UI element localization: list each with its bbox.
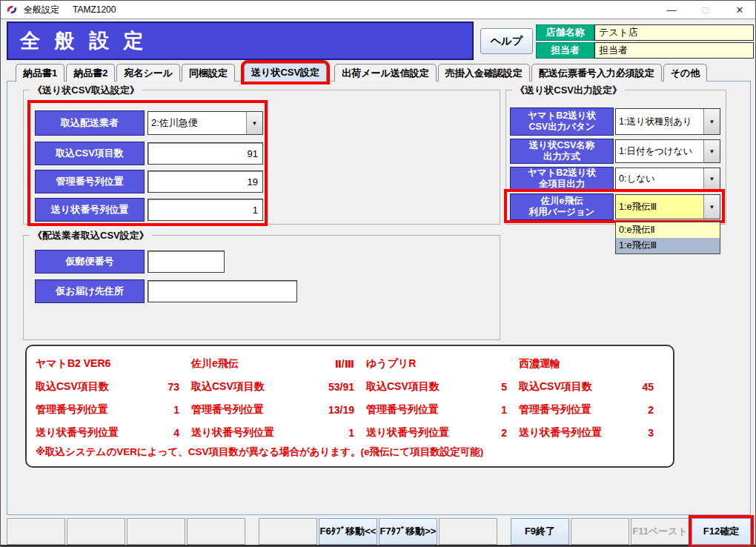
cell-value: 2	[501, 427, 513, 439]
cell-value: 5	[501, 381, 513, 393]
tab-bundle-settings[interactable]: 同梱設定	[182, 64, 235, 82]
yamato-b2-all-items-label: ヤマトB2送り状 全項目出力	[510, 167, 614, 190]
chevron-down-icon[interactable]: ▼	[703, 140, 720, 162]
row-label: 取込CSV項目数	[191, 380, 265, 394]
fn-button-8[interactable]	[439, 518, 497, 545]
fn-button-4[interactable]	[187, 518, 245, 545]
fn-button-3[interactable]	[127, 518, 185, 545]
yamato-b2-all-items-label-line2: 全項目出力	[539, 179, 586, 190]
cell-value: 2	[648, 404, 660, 416]
mgmt-number-pos-label: 管理番号列位置	[35, 170, 145, 193]
tab-receivable-confirm-settings[interactable]: 売掛入金確認設定	[438, 64, 530, 82]
title-bar: 全般設定 TAMZ1200 — □ ✕	[1, 1, 756, 19]
yamato-b2-all-items-label-line1: ヤマトB2送り状	[528, 168, 596, 179]
table-header: 佐川e飛伝	[191, 357, 239, 371]
tab-slip-number-required-settings[interactable]: 配送伝票番号入力必須設定	[531, 64, 662, 82]
row-label: 取込CSV項目数	[519, 380, 592, 394]
staff-label: 担当者	[536, 42, 594, 59]
csv-name-format-combo[interactable]: 1:日付をつけない ▼	[615, 139, 720, 163]
carrier-reference-table: ヤマトB2 VER6 佐川e飛伝Ⅱ/Ⅲ ゆうプリR 西濃運輸 取込CSV項目数7…	[25, 345, 674, 468]
row-label: 送り状番号列位置	[519, 426, 602, 440]
slip-number-pos-label: 送り状番号列位置	[35, 198, 145, 222]
tab-invoice-2[interactable]: 納品書2	[66, 64, 115, 82]
fn-button-2[interactable]	[67, 518, 125, 545]
tab-invoice-1[interactable]: 納品書1	[16, 64, 64, 82]
csv-name-format-label-line2: 出力方式	[543, 151, 580, 162]
tab-others[interactable]: その他	[663, 64, 708, 82]
tab-strip: 納品書1 納品書2 宛名シール 同梱設定 送り状CSV設定 出荷メール送信設定 …	[16, 63, 709, 82]
help-button[interactable]: ヘルプ	[480, 28, 533, 54]
import-settings-group-title: 《送り状CSV取込設定》	[30, 84, 142, 97]
yamato-b2-all-items-combo[interactable]: 0:しない ▼	[615, 168, 720, 190]
yamato-b2-pattern-combo[interactable]: 1:送り状種別あり ▼	[615, 108, 720, 135]
temp-postal-label: 仮郵便番号	[35, 250, 145, 274]
row-label: 取込CSV項目数	[366, 380, 440, 394]
table-header: ゆうプリR	[366, 357, 416, 371]
table-note: ※取込システムのVERによって、CSV項目数が異なる場合があります。(e飛伝にて…	[36, 445, 664, 459]
import-carrier-label: 取込配送業者	[35, 110, 145, 136]
temp-postal-input[interactable]	[147, 251, 225, 273]
import-csv-count-input[interactable]: 91	[147, 142, 263, 165]
cell-value: 45	[642, 381, 660, 393]
close-icon[interactable]: ✕	[723, 1, 756, 19]
table-header-value: Ⅱ/Ⅲ	[335, 358, 360, 370]
cell-value: 4	[173, 427, 185, 439]
sagawa-ehiden-version-combo[interactable]: 1:e飛伝Ⅲ ▼	[615, 194, 720, 219]
row-label: 取込CSV項目数	[36, 380, 109, 394]
fn-button-1[interactable]	[7, 518, 65, 545]
mgmt-number-pos-input[interactable]: 19	[147, 170, 263, 193]
f7-tab-next-button[interactable]: F7ﾀﾌﾞ移動>>	[379, 518, 437, 545]
chevron-down-icon[interactable]: ▼	[246, 112, 262, 134]
row-label: 管理番号列位置	[36, 403, 108, 417]
sagawa-ehiden-version-label-line1: 佐川e飛伝	[541, 196, 583, 207]
row-label: 送り状番号列位置	[191, 426, 274, 440]
table-header: 西濃運輸	[519, 357, 560, 371]
staff-value[interactable]: 担当者	[594, 42, 754, 59]
window-code: TAMZ1200	[73, 4, 116, 15]
cell-value: 3	[648, 427, 660, 439]
temp-address-input[interactable]	[147, 280, 297, 302]
f12-confirm-button[interactable]: F12確定	[692, 518, 751, 545]
cell-value: 1	[173, 404, 185, 416]
sagawa-ehiden-version-label-line2: 利用バージョン	[529, 207, 595, 218]
temp-address-label: 仮お届け先住所	[35, 279, 145, 303]
maximize-icon: □	[689, 1, 723, 19]
yamato-b2-pattern-label-line2: CSV出力パタン	[528, 122, 594, 133]
cell-value: 13/19	[328, 404, 360, 416]
export-settings-group-title: 《送り状CSV出力設定》	[512, 84, 625, 97]
yamato-b2-pattern-label: ヤマトB2送り状 CSV出力パタン	[510, 107, 614, 136]
f11-paste-button: F11ペースト	[631, 518, 689, 545]
yamato-b2-all-items-value: 0:しない	[616, 168, 703, 189]
chevron-down-icon[interactable]: ▼	[703, 168, 720, 189]
import-carrier-combo[interactable]: 2:佐川急便 ▼	[147, 111, 263, 135]
cell-value: 1	[501, 404, 513, 416]
store-name-label: 店舗名称	[536, 24, 594, 41]
page-title: 全 般 設 定	[7, 21, 474, 60]
app-icon	[6, 4, 18, 16]
sagawa-ehiden-version-label: 佐川e飛伝 利用バージョン	[510, 193, 614, 220]
fn-button-5[interactable]	[259, 518, 317, 545]
fn-button-10[interactable]	[571, 518, 629, 545]
minimize-icon[interactable]: —	[654, 1, 689, 19]
f6-tab-prev-button[interactable]: F6ﾀﾌﾞ移動<<	[319, 518, 377, 545]
tab-shipping-mail-settings[interactable]: 出荷メール送信設定	[334, 64, 437, 82]
import-carrier-value: 2:佐川急便	[148, 112, 246, 134]
table-header: ヤマトB2 VER6	[36, 357, 110, 371]
yamato-b2-pattern-value: 1:送り状種別あり	[616, 109, 703, 134]
sagawa-ehiden-version-dropdown: 0:e飛伝Ⅱ 1:e飛伝Ⅲ	[615, 222, 720, 254]
chevron-down-icon[interactable]: ▼	[703, 195, 720, 219]
row-label: 管理番号列位置	[519, 403, 591, 417]
dropdown-option[interactable]: 0:e飛伝Ⅱ	[616, 222, 720, 238]
store-name-value[interactable]: テスト店	[594, 24, 754, 41]
carrier-csv-group-title: 《配送業者取込CSV設定》	[30, 229, 152, 242]
dropdown-option-selected[interactable]: 1:e飛伝Ⅲ	[616, 238, 720, 253]
f9-exit-button[interactable]: F9終了	[511, 518, 569, 545]
slip-number-pos-input[interactable]: 1	[147, 199, 263, 221]
row-label: 管理番号列位置	[366, 403, 439, 417]
cell-value: 53/91	[328, 381, 360, 393]
tab-shipping-csv-settings[interactable]: 送り状CSV設定	[244, 63, 327, 82]
general-settings-window: 全般設定 TAMZ1200 — □ ✕ 全 般 設 定 ヘルプ 店舗名称 テスト…	[0, 0, 756, 547]
window-title: 全般設定	[24, 4, 59, 16]
chevron-down-icon[interactable]: ▼	[703, 109, 720, 134]
tab-address-seal[interactable]: 宛名シール	[116, 64, 180, 82]
